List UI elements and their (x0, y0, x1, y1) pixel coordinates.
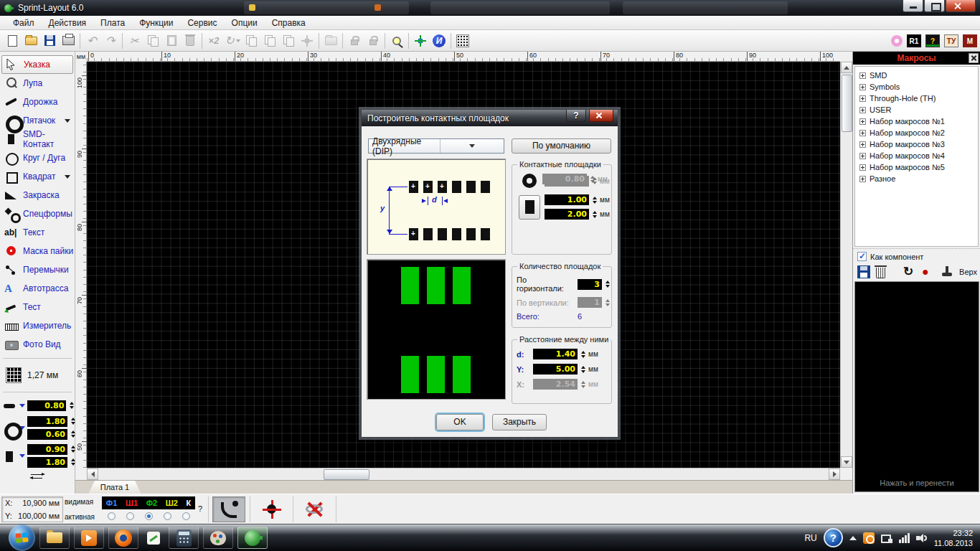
taskbar-calculator[interactable] (169, 527, 199, 549)
dist-y-spinner[interactable] (580, 364, 586, 375)
track-width-field[interactable]: 0.80 (27, 400, 66, 411)
layer-f1[interactable]: Ф1 (106, 499, 118, 507)
dist-d-field[interactable]: 1.40 (533, 349, 578, 359)
taskbar-firefox[interactable] (108, 527, 138, 549)
tray-expand-icon[interactable] (849, 536, 857, 540)
delete-button[interactable] (181, 32, 199, 50)
smd-height-field[interactable]: 1.80 (27, 457, 67, 468)
open-button[interactable] (22, 32, 40, 50)
tree-item[interactable]: Разное (859, 173, 978, 184)
zoom-button[interactable] (387, 32, 406, 50)
close-button[interactable] (946, 0, 976, 12)
chevron-down-icon[interactable] (19, 454, 25, 458)
rect-width-field[interactable]: 1.00 (545, 194, 589, 205)
redo-button[interactable]: ↷ (101, 32, 120, 50)
help-orb[interactable]: ? (824, 528, 843, 547)
taskbar-notes[interactable] (143, 527, 164, 549)
taskbar-paint[interactable] (203, 527, 233, 549)
expand-icon[interactable] (859, 141, 866, 148)
cut-button[interactable]: ✂ (125, 32, 143, 50)
undo-button[interactable]: ↶ (83, 32, 101, 50)
count-vertical-spinner[interactable] (604, 298, 611, 308)
r1-badge[interactable]: R1 (907, 34, 921, 47)
tool-pointer[interactable]: Указка (1, 55, 73, 74)
radio-s1[interactable] (126, 512, 134, 520)
count-horizontal-field[interactable]: 3 (578, 279, 602, 290)
rotate-icon[interactable]: ↻ (903, 265, 916, 278)
paste-button[interactable] (162, 32, 181, 50)
menu-functions[interactable]: Функции (132, 17, 180, 29)
tree-item[interactable]: Набор макросов №3 (859, 138, 978, 150)
pad-outer-field[interactable]: 1.80 (27, 416, 67, 427)
tool-autoroute[interactable]: AАвтотрасса (0, 279, 75, 298)
smd-pad-button[interactable] (519, 195, 540, 220)
taskbar-media-player[interactable] (74, 527, 104, 549)
copy-button[interactable] (143, 32, 162, 50)
tree-item[interactable]: Through-Hole (TH) (859, 93, 978, 104)
tool-pad[interactable]: Пятачок (0, 111, 75, 130)
tool-special[interactable]: Спецформы (0, 204, 75, 223)
expand-icon[interactable] (859, 130, 866, 136)
vertical-scroll-thumb[interactable] (842, 75, 852, 132)
tool-fill[interactable]: Закраска (0, 186, 75, 204)
default-button[interactable]: По умолчанию (512, 138, 611, 154)
language-indicator[interactable]: RU (804, 533, 816, 543)
tree-item[interactable]: USER (859, 104, 978, 116)
delete-macro-icon[interactable] (876, 268, 885, 278)
pad-preset-dropdown[interactable]: Двухрядные (DIP) (368, 138, 504, 154)
rect-height-spinner[interactable] (591, 209, 598, 220)
tool-zoom[interactable]: Лупа (0, 74, 75, 93)
as-component-checkbox[interactable] (857, 252, 867, 261)
expand-icon[interactable] (859, 107, 866, 113)
align-button[interactable] (279, 32, 298, 50)
layer-f2[interactable]: Ф2 (146, 499, 158, 507)
mirror-v-button[interactable] (260, 32, 279, 50)
new-button[interactable] (3, 32, 22, 50)
horizontal-scroll-thumb[interactable] (324, 469, 369, 480)
save-macro-icon[interactable] (857, 265, 870, 278)
maximize-button[interactable] (924, 0, 945, 12)
smd-width-field[interactable]: 0.90 (27, 444, 67, 455)
count-vertical-field[interactable]: 1 (578, 297, 602, 308)
help-component-badge[interactable]: ? (925, 34, 940, 47)
network-icon[interactable] (881, 533, 892, 543)
tool-smd[interactable]: SMD-Контакт (0, 130, 75, 149)
ok-button[interactable]: OK (436, 414, 484, 430)
pad-drill-field[interactable]: 0.60 (27, 429, 67, 440)
measure-info-button[interactable]: И (430, 32, 448, 50)
place-icon[interactable] (941, 265, 953, 278)
start-button[interactable] (9, 524, 35, 551)
dialog-help-button[interactable]: ? (566, 110, 586, 122)
print-button[interactable] (59, 32, 77, 50)
origin-button[interactable] (411, 32, 430, 50)
expand-icon[interactable] (859, 176, 866, 182)
cancel-button[interactable]: Закрыть (492, 414, 547, 430)
dialog-close-button[interactable] (589, 110, 613, 122)
scroll-right-button[interactable] (829, 468, 840, 480)
tree-item[interactable]: Набор макросов №1 (859, 116, 978, 127)
tray-app-icon[interactable] (863, 532, 875, 544)
dist-y-field[interactable]: 5.00 (533, 364, 578, 375)
dialog-titlebar[interactable]: Построитель контактных площадок ? (362, 110, 618, 126)
tool-soldermask[interactable]: Маска пайки (0, 242, 75, 260)
volume-icon[interactable] (916, 533, 928, 543)
chevron-down-icon[interactable] (65, 119, 70, 123)
rubberband-off-button[interactable] (298, 496, 331, 522)
menu-board[interactable]: Плата (93, 17, 132, 29)
tool-photoview[interactable]: Фото Вид (0, 335, 75, 354)
menu-options[interactable]: Опции (225, 17, 265, 29)
unlock-button[interactable] (364, 32, 382, 50)
tool-rect[interactable]: Квадрат (0, 167, 75, 186)
expand-icon[interactable] (859, 118, 866, 125)
menu-file[interactable]: Файл (6, 17, 42, 29)
expand-icon[interactable] (859, 153, 866, 159)
duplicate-button[interactable]: ×2 (204, 32, 223, 50)
expand-icon[interactable] (859, 95, 866, 102)
tree-item[interactable]: Symbols (859, 81, 978, 93)
record-icon[interactable]: ● (922, 265, 935, 278)
tool-test[interactable]: Тест (0, 298, 75, 316)
pad-ring-icon[interactable] (891, 35, 903, 47)
photoview-button[interactable] (453, 32, 472, 50)
track-width-spinner[interactable] (68, 400, 75, 410)
round-drill-spinner[interactable] (589, 174, 595, 184)
